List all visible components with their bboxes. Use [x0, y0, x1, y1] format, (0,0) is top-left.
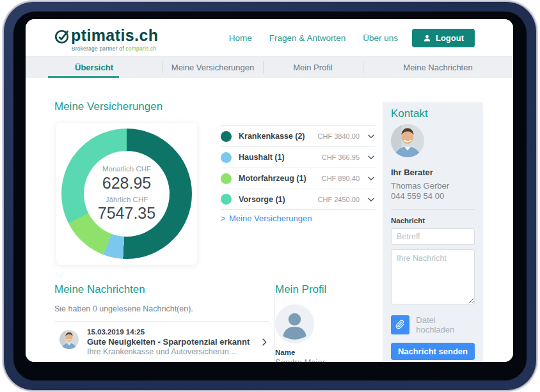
legend-dot — [221, 173, 232, 184]
profile-avatar — [275, 304, 314, 343]
legend-dot — [221, 194, 232, 205]
nav-fragen-antworten[interactable]: Fragen & Antworten — [269, 33, 345, 43]
advisor-photo-icon — [60, 330, 79, 349]
meine-versicherungen-link[interactable]: > Meine Versicherungen — [221, 214, 312, 223]
legend-value: CHF 2450.00 — [318, 196, 360, 203]
tab-meine-versicherungen[interactable]: Meine Versicherungen — [163, 57, 263, 78]
donut-center: Monatlich CHF 628.95 Jährlich CHF 7547.3… — [84, 151, 170, 237]
chevron-down-icon[interactable] — [367, 174, 376, 183]
berater-name: Thomas Gerber — [391, 181, 475, 191]
tab-bar: Übersicht Meine Versicherungen Mein Prof… — [26, 56, 513, 78]
logout-label: Logout — [436, 33, 464, 43]
profil-title: Mein Profil — [275, 283, 371, 296]
legend-value: CHF 890.40 — [322, 175, 360, 182]
legend-label: Vorsorge (1) — [239, 195, 318, 204]
insurance-legend: Krankenkasse (2) CHF 3840.00 Haushalt (1… — [221, 125, 376, 210]
chevron-down-icon[interactable] — [367, 153, 376, 162]
donut-chart-card: Monatlich CHF 628.95 Jährlich CHF 7547.3… — [56, 123, 197, 265]
yearly-value: 7547.35 — [98, 204, 155, 223]
legend-row-haushalt[interactable]: Haushalt (1) CHF 366.95 — [221, 146, 376, 168]
profile-name-label: Name — [275, 349, 371, 356]
profile-name-value: Sandro Meier — [275, 357, 371, 362]
legend-row-motorfahrzeug[interactable]: Motorfahrzeug (1) CHF 890.40 — [221, 168, 376, 189]
legend-label: Motorfahrzeug (1) — [239, 174, 322, 183]
legend-dot — [221, 131, 232, 142]
link-arrow: > — [221, 214, 225, 223]
monthly-label: Monatlich CHF — [102, 165, 151, 174]
chevron-down-icon[interactable] — [367, 132, 376, 141]
tagline-prefix: Brokerage partner of — [72, 45, 126, 52]
logo-check-circle-icon — [54, 28, 70, 44]
message-avatar — [60, 330, 79, 349]
kontakt-sidebar: Kontakt Ihr Berater Thomas — [383, 102, 483, 362]
header: ptimatis.ch Brokerage partner of compari… — [26, 19, 513, 56]
app-screen: ptimatis.ch Brokerage partner of compari… — [26, 19, 513, 362]
berater-photo — [391, 124, 424, 157]
message-preview: Ihre Krankenkasse und Autoversicherun... — [87, 347, 255, 357]
app-window: ptimatis.ch Brokerage partner of compari… — [0, 0, 540, 392]
send-message-button[interactable]: Nachricht senden — [391, 343, 475, 360]
message-datetime: 15.03.2019 14:25 — [87, 327, 255, 337]
legend-label: Krankenkasse (2) — [239, 132, 318, 141]
chevron-down-icon[interactable] — [367, 195, 376, 204]
logo-tagline: Brokerage partner of comparis.ch — [54, 45, 158, 52]
vertical-divider — [274, 279, 274, 362]
logo-text: ptimatis.ch — [71, 27, 158, 43]
profil-section: Mein Profil Name Sandro Meier — [275, 283, 371, 362]
attach-file-button[interactable] — [391, 315, 409, 334]
nachricht-textarea[interactable] — [391, 249, 475, 304]
device-bezel: ptimatis.ch Brokerage partner of compari… — [4, 2, 536, 390]
berater-label: Ihr Berater — [391, 168, 475, 177]
monthly-value: 628.95 — [102, 174, 151, 192]
donut-chart[interactable]: Monatlich CHF 628.95 Jährlich CHF 7547.3… — [61, 129, 192, 259]
nav-home[interactable]: Home — [229, 33, 252, 43]
unread-status: Sie haben 0 ungelesene Nachricht(en). — [54, 304, 269, 313]
tab-uebersicht[interactable]: Übersicht — [26, 57, 163, 78]
tab-mein-profil[interactable]: Mein Profil — [263, 57, 363, 78]
tagline-brand: comparis.ch — [125, 45, 156, 52]
user-icon — [423, 34, 431, 42]
legend-row-vorsorge[interactable]: Vorsorge (1) CHF 2450.00 — [221, 189, 376, 210]
nav-ueber-uns[interactable]: Über uns — [363, 33, 398, 43]
upload-label: Datei hochladen — [416, 315, 475, 334]
kontakt-title: Kontakt — [391, 107, 475, 120]
betreff-input[interactable] — [391, 228, 475, 245]
person-silhouette-icon — [275, 304, 314, 343]
link-label: Meine Versicherungen — [229, 214, 312, 223]
main-content: Meine Versicherungen Monatlich CHF 628.9… — [26, 78, 513, 362]
upload-row: Datei hochladen — [391, 315, 475, 334]
legend-value: CHF 366.95 — [322, 153, 360, 161]
paperclip-icon — [395, 320, 405, 329]
versicherungen-title: Meine Versicherungen — [54, 100, 163, 113]
nachricht-label: Nachricht — [391, 217, 475, 224]
legend-dot — [221, 152, 232, 163]
advisor-photo-icon — [391, 124, 424, 157]
top-nav: Home Fragen & Antworten Über uns — [229, 33, 398, 43]
chevron-right-icon[interactable] — [259, 337, 269, 347]
logo[interactable]: ptimatis.ch Brokerage partner of compari… — [54, 27, 158, 52]
legend-value: CHF 3840.00 — [318, 132, 360, 140]
nachrichten-section: Meine Nachrichten Sie haben 0 ungelesene… — [54, 283, 269, 362]
divider — [391, 209, 475, 210]
message-row[interactable]: 15.03.2019 14:25 Gute Neuigkeiten - Spar… — [54, 322, 269, 362]
yearly-label: Jährlich CHF — [106, 196, 148, 205]
tab-meine-nachrichten[interactable]: Meine Nachrichten — [363, 57, 513, 78]
message-texts: 15.03.2019 14:25 Gute Neuigkeiten - Spar… — [87, 327, 255, 357]
legend-label: Haushalt (1) — [239, 153, 322, 162]
nachrichten-title: Meine Nachrichten — [54, 283, 269, 296]
logout-button[interactable]: Logout — [412, 29, 475, 47]
legend-row-krankenkasse[interactable]: Krankenkasse (2) CHF 3840.00 — [221, 125, 376, 146]
berater-phone: 044 559 54 00 — [391, 191, 475, 201]
message-subject: Gute Neuigkeiten - Sparpotenzial erkannt — [87, 337, 255, 347]
